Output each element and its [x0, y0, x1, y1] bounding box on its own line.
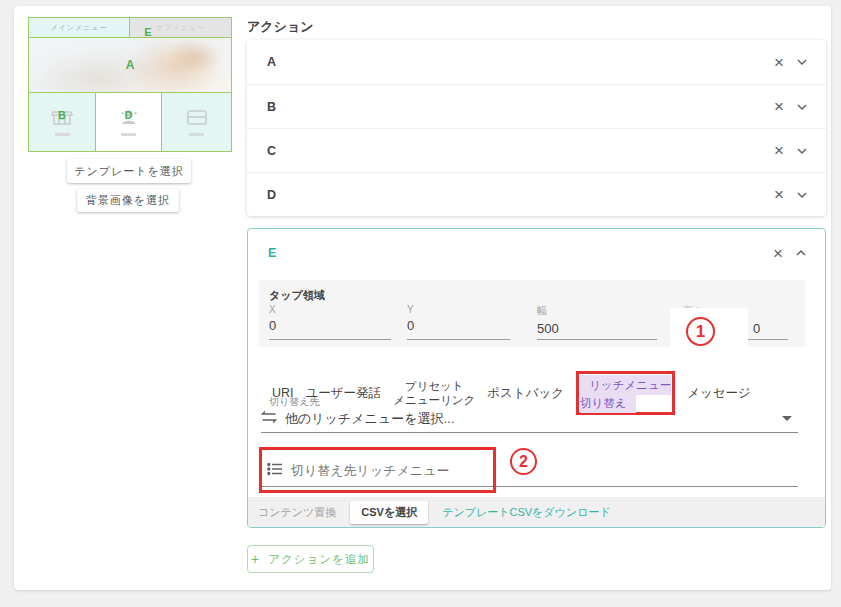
- chevron-down-icon[interactable]: [796, 101, 808, 113]
- tap-width-field[interactable]: 幅 500: [537, 304, 657, 340]
- tap-width-value: 500: [537, 321, 657, 336]
- remove-action-icon[interactable]: ×: [774, 142, 784, 159]
- cell-caption: [189, 133, 204, 136]
- annotation-number-2: 2: [510, 448, 537, 475]
- preview-tab-sub-label: サブメニュー: [156, 23, 205, 33]
- chevron-up-icon[interactable]: [795, 247, 807, 259]
- tap-x-value: 0: [269, 318, 391, 333]
- action-row-label: A: [267, 55, 276, 69]
- tab-preset-menu-link[interactable]: プリセット メニューリンク: [393, 379, 475, 408]
- preview-tab-sub-menu[interactable]: サブメニュー E: [130, 17, 232, 38]
- plus-icon: +: [251, 551, 260, 567]
- switch-target-menu-placeholder: 切り替え先リッチメニュー: [291, 462, 449, 480]
- action-row-a[interactable]: A ×: [247, 40, 826, 84]
- action-list-card: A × B × C ×: [247, 40, 826, 216]
- card-icon: [186, 109, 208, 130]
- tap-x-label: X: [269, 304, 391, 315]
- preview-tab-bar: メインメニュー サブメニュー E: [28, 17, 232, 38]
- action-e-card: E × タップ領域 X 0 Y 0 幅 500 高さ: [247, 228, 826, 528]
- remove-action-icon[interactable]: ×: [774, 186, 784, 203]
- switch-target-select[interactable]: 他のリッチメニューを選択...: [261, 405, 798, 433]
- swap-arrows-icon: [261, 410, 277, 428]
- rich-menu-editor: メインメニュー サブメニュー E A B: [0, 0, 841, 607]
- region-label-d: D: [125, 109, 133, 121]
- chevron-down-icon[interactable]: [796, 56, 808, 68]
- actions-section-title: アクション: [247, 18, 314, 36]
- preview-bottom-cells: B D: [28, 93, 232, 152]
- remove-action-icon[interactable]: ×: [774, 98, 784, 115]
- preview-cell-c[interactable]: [162, 93, 232, 152]
- action-row-d[interactable]: D ×: [247, 172, 826, 216]
- action-row-c[interactable]: C ×: [247, 128, 826, 172]
- preview-image-region-a[interactable]: A: [28, 38, 232, 93]
- region-label-a: A: [126, 58, 135, 72]
- tap-width-label: 幅: [537, 304, 657, 318]
- chevron-down-icon[interactable]: [796, 189, 808, 201]
- remove-action-icon[interactable]: ×: [773, 245, 783, 262]
- annotation-number-1: 1: [686, 317, 715, 346]
- region-label-e: E: [144, 26, 152, 38]
- tap-x-field[interactable]: X 0: [269, 304, 391, 340]
- action-row-b[interactable]: B ×: [247, 84, 826, 128]
- tap-y-value: 0: [407, 318, 510, 333]
- action-row-label: B: [267, 100, 276, 114]
- action-row-label: E: [268, 246, 276, 260]
- switch-target-value: 他のリッチメニューを選択...: [285, 410, 454, 428]
- cell-caption: [55, 133, 70, 136]
- region-label-b: B: [58, 109, 66, 121]
- add-action-label: アクションを追加: [268, 552, 370, 567]
- tap-y-label: Y: [407, 304, 510, 315]
- list-icon: [267, 462, 283, 480]
- select-template-button[interactable]: テンプレートを選択: [67, 159, 191, 183]
- remove-action-icon[interactable]: ×: [774, 54, 784, 71]
- preview-cell-b[interactable]: B: [28, 93, 96, 152]
- tab-postback[interactable]: ポストバック: [487, 385, 564, 402]
- tab-message[interactable]: メッセージ: [687, 385, 751, 402]
- content-replace-label: コンテンツ置換: [258, 505, 336, 520]
- cell-caption: [121, 133, 136, 136]
- action-row-e[interactable]: E ×: [248, 229, 825, 277]
- chevron-down-icon[interactable]: [796, 145, 808, 157]
- download-template-csv-link[interactable]: テンプレートCSVをダウンロード: [442, 505, 610, 520]
- select-background-image-button[interactable]: 背景画像を選択: [77, 189, 179, 212]
- tap-y-field[interactable]: Y 0: [407, 304, 510, 340]
- caret-down-icon: [782, 416, 792, 421]
- select-csv-button[interactable]: CSVを選択: [350, 501, 428, 524]
- add-action-button[interactable]: + アクションを追加: [247, 545, 374, 573]
- preview-tab-main-menu[interactable]: メインメニュー: [28, 17, 130, 38]
- content-replace-bar: コンテンツ置換 CSVを選択 テンプレートCSVをダウンロード: [248, 497, 825, 527]
- tap-area-title: タップ領域: [269, 288, 325, 303]
- action-row-label: C: [267, 144, 276, 158]
- rich-menu-preview: メインメニュー サブメニュー E A B: [28, 17, 232, 152]
- preview-cell-d[interactable]: D: [96, 93, 162, 152]
- action-row-label: D: [267, 188, 276, 202]
